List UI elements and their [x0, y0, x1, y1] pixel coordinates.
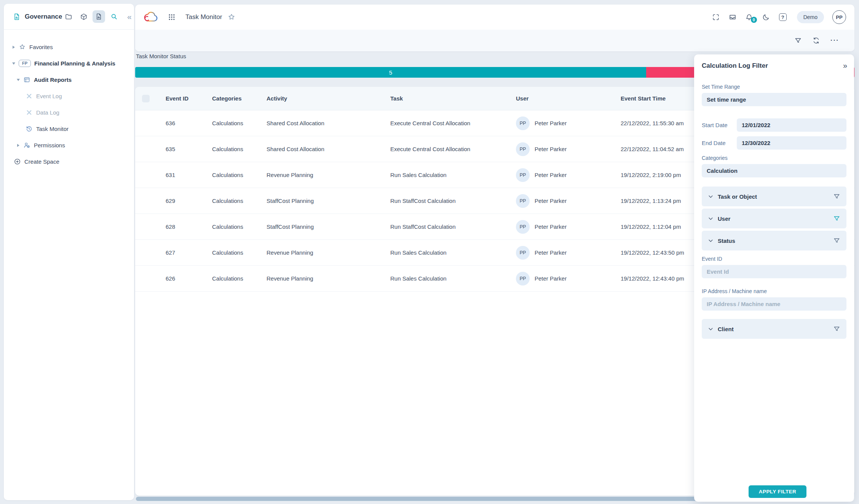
status-segment-completed: 5: [135, 67, 646, 78]
event-id-label: Event ID: [702, 256, 846, 262]
reports-view-icon[interactable]: [93, 10, 105, 23]
start-date-input[interactable]: [737, 118, 846, 132]
environment-badge[interactable]: Demo: [797, 11, 824, 23]
ip-address-label: IP Address / Machine name: [702, 288, 846, 294]
space-initials-badge: FP: [19, 60, 31, 67]
collapse-sidebar-icon[interactable]: «: [123, 10, 136, 23]
sidebar-item-event-log[interactable]: Event Log: [4, 88, 134, 104]
space-title: Governance: [25, 13, 62, 21]
search-icon[interactable]: [108, 10, 120, 23]
favorite-star-icon[interactable]: [227, 13, 236, 21]
avatar: PP: [516, 272, 530, 285]
more-options-icon[interactable]: ···: [830, 39, 839, 42]
sidebar-item-create-space[interactable]: Create Space: [4, 153, 134, 170]
avatar: PP: [516, 194, 530, 208]
top-bar-actions: 0 ? Demo PP: [712, 10, 846, 24]
accordion-client[interactable]: Client: [702, 319, 846, 339]
notification-count-badge: 0: [751, 17, 757, 23]
filter-icon[interactable]: [794, 37, 802, 45]
chevron-down-icon: [708, 326, 714, 332]
filter-funnel-icon[interactable]: [833, 237, 840, 244]
folder-icon[interactable]: [62, 10, 75, 23]
categories-input[interactable]: [702, 164, 846, 177]
accordion-status[interactable]: Status: [702, 231, 846, 250]
collapse-panel-icon[interactable]: »: [843, 61, 846, 70]
app-screen: Governance «: [0, 0, 859, 504]
user-permissions-icon: [23, 142, 30, 149]
sidebar-item-task-monitor[interactable]: Task Monitor: [4, 121, 134, 137]
calculation-log-filter-panel: Calculation Log Filter » Set Time Range …: [694, 54, 854, 502]
plus-circle-icon: [14, 158, 21, 165]
categories-label: Categories: [702, 155, 846, 161]
star-icon: [19, 43, 26, 51]
accordion-user[interactable]: User: [702, 209, 846, 228]
page-title: Task Monitor: [185, 13, 222, 21]
avatar: PP: [516, 246, 530, 260]
sidebar-item-financial-planning[interactable]: FP Financial Planning & Analysis: [4, 55, 134, 72]
ip-address-input[interactable]: [702, 297, 846, 311]
sidebar-header: Governance «: [4, 4, 134, 30]
end-date-input[interactable]: [737, 136, 846, 150]
top-bar: Task Monitor 0 ?: [135, 5, 854, 51]
column-header-task[interactable]: Task: [390, 95, 516, 102]
app-grid-icon[interactable]: [168, 13, 176, 21]
caret-right-icon[interactable]: [16, 143, 21, 148]
avatar: PP: [516, 220, 530, 234]
top-bar-main-row: Task Monitor 0 ?: [135, 5, 854, 30]
jedox-cloud-logo[interactable]: [143, 11, 160, 24]
chevron-down-icon: [708, 216, 714, 222]
sidebar: Governance «: [4, 4, 134, 500]
event-id-input[interactable]: [702, 265, 846, 278]
set-time-range-label: Set Time Range: [702, 84, 846, 90]
sidebar-item-data-log[interactable]: Data Log: [4, 104, 134, 121]
notifications-bell-icon[interactable]: 0: [745, 13, 754, 21]
accordion-task-or-object[interactable]: Task or Object: [702, 187, 846, 206]
status-segment-count: 5: [389, 69, 392, 76]
sidebar-item-permissions[interactable]: Permissions: [4, 137, 134, 153]
apply-filter-button[interactable]: APPLY FILTER: [749, 485, 806, 498]
filter-funnel-icon[interactable]: [833, 325, 840, 333]
select-all-checkbox[interactable]: [142, 95, 150, 102]
avatar: PP: [516, 116, 530, 130]
history-icon: [26, 125, 33, 132]
column-header-user[interactable]: User: [516, 95, 621, 102]
filter-panel-title: Calculation Log Filter: [702, 62, 768, 70]
refresh-icon[interactable]: [812, 37, 820, 45]
start-date-label: Start Date: [702, 122, 737, 128]
status-section-title: Task Monitor Status: [136, 53, 186, 59]
avatar: PP: [516, 142, 530, 156]
chevron-down-icon: [708, 194, 714, 199]
caret-down-icon[interactable]: [11, 61, 16, 66]
cube-icon[interactable]: [77, 10, 90, 23]
caret-right-icon[interactable]: [11, 45, 16, 49]
sidebar-item-favorites[interactable]: Favorites: [4, 39, 134, 55]
sidebar-header-icons: «: [62, 10, 136, 23]
avatar: PP: [516, 168, 530, 182]
help-icon[interactable]: ?: [779, 13, 787, 21]
filter-funnel-icon-active[interactable]: [833, 215, 840, 222]
column-header-event-id[interactable]: Event ID: [166, 95, 212, 102]
filter-funnel-icon[interactable]: [833, 193, 840, 200]
tools-icon: [26, 109, 33, 116]
tools-icon: [26, 93, 33, 100]
column-header-categories[interactable]: Categories: [212, 95, 267, 102]
chevron-down-icon: [708, 238, 714, 244]
report-list-icon: [23, 76, 30, 83]
end-date-label: End Date: [702, 140, 737, 146]
sidebar-item-audit-reports[interactable]: Audit Reports: [4, 72, 134, 88]
space-logo-icon: [13, 13, 21, 21]
sidebar-tree: Favorites FP Financial Planning & Analys…: [4, 30, 134, 170]
user-avatar[interactable]: PP: [832, 10, 846, 24]
column-header-activity[interactable]: Activity: [267, 95, 390, 102]
fullscreen-icon[interactable]: [712, 13, 720, 21]
dark-mode-moon-icon[interactable]: [762, 13, 770, 21]
report-toolbar: ···: [135, 30, 854, 51]
set-time-range-input[interactable]: [702, 93, 846, 106]
inbox-icon[interactable]: [728, 13, 737, 21]
caret-down-icon[interactable]: [16, 78, 21, 82]
